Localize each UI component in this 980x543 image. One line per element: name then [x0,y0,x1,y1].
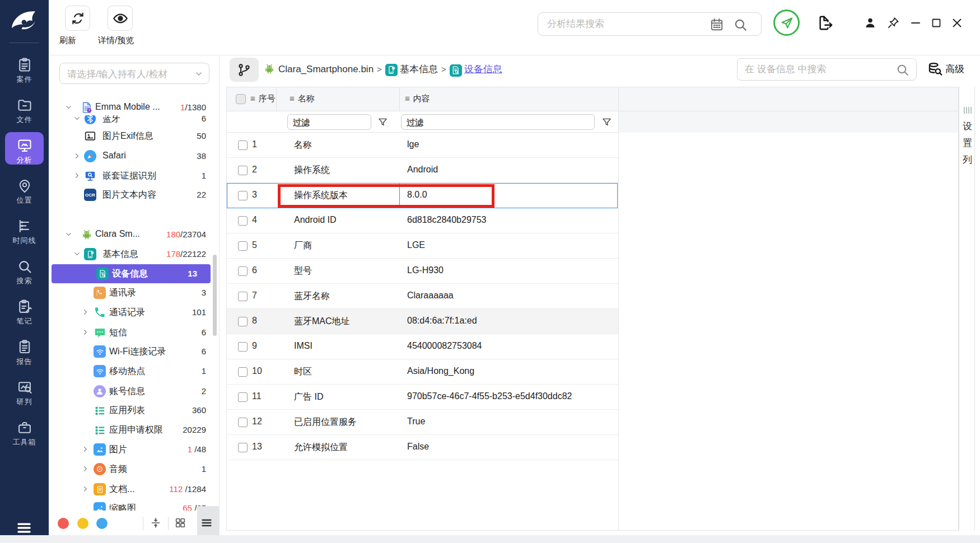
tree-node-Clara-Sm-[interactable]: Clara Sm... 180/23704 [49,225,220,244]
tree-node-图片[interactable]: 图片 1 /48 [49,440,220,459]
maximize-icon[interactable] [930,16,943,30]
tree-node-Emma-Mobile-[interactable]: Emma Mobile ... 1/1380 [49,98,220,117]
list-view-icon[interactable] [200,517,213,529]
tree-node-应用申请权限[interactable]: 应用申请权限 20229 [49,420,220,439]
table-row-11[interactable]: 11 广告 ID 970b57ce-46c7-4f55-b253-e5d4f30… [227,385,618,410]
collapse-all-icon[interactable] [150,517,162,529]
tree-node-蓝牙[interactable]: 蓝牙 6 [49,115,220,127]
tree-node-设备信息[interactable]: 设备信息 13 [52,264,211,283]
column-header-content[interactable]: ≡内容 [405,93,430,104]
search-icon[interactable] [733,17,748,32]
minimize-icon[interactable] [909,16,922,30]
sidebar-item-3[interactable]: 分析 [0,134,49,170]
red-filter-dot[interactable] [58,518,69,529]
scope-search-input[interactable] [745,59,885,80]
chevron-icon[interactable] [73,115,81,123]
table-row-12[interactable]: 12 已启用位置服务 True [227,410,618,435]
row-checkbox[interactable] [238,342,248,352]
grid-view-icon[interactable] [174,517,186,529]
sidebar-item-6[interactable]: 搜索 [0,255,49,291]
table-row-5[interactable]: 5 厂商 LGE [227,233,618,259]
row-checkbox[interactable] [238,443,248,452]
row-checkbox[interactable] [238,166,248,175]
refresh-button[interactable] [65,6,90,31]
hamburger-menu-icon[interactable] [15,519,34,536]
sidebar-item-4[interactable]: 位置 [0,175,49,210]
chevron-icon[interactable] [73,250,81,258]
table-row-6[interactable]: 6 型号 LG-H930 [227,259,618,284]
tree-node-基本信息[interactable]: 基本信息 178/22122 [49,245,220,264]
blue-filter-dot[interactable] [96,518,108,529]
row-checkbox[interactable] [238,141,248,150]
row-checkbox[interactable] [238,266,248,276]
global-search-input[interactable] [547,13,710,35]
tree-node-通讯录[interactable]: 通讯录 3 [49,283,220,302]
breadcrumb-basic-info[interactable]: 基本信息 [400,64,438,74]
sidebar-item-7[interactable]: 笔记 [0,296,49,331]
yellow-filter-dot[interactable] [77,518,88,529]
content-filter-input[interactable] [402,115,594,129]
chevron-icon[interactable] [81,328,90,336]
table-row-4[interactable]: 4 Android ID 6d818c2840b29753 [227,208,618,233]
chevron-icon[interactable] [81,485,90,493]
sidebar-item-8[interactable]: 报告 [0,336,49,372]
table-row-9[interactable]: 9 IMSI 454000082753084 [227,334,618,359]
chevron-icon[interactable] [73,171,81,180]
tree-node-文档-[interactable]: 文档... 112 /1284 [49,480,220,499]
name-filter-input[interactable] [288,115,371,129]
sidebar-item-2[interactable]: 文件 [0,94,49,130]
column-header-no[interactable]: ≡序号 [250,93,276,104]
tree-node-嵌套证据识别[interactable]: 嵌套证据识别 1 [49,166,220,185]
row-checkbox[interactable] [238,241,248,251]
tree-node-通话记录[interactable]: 通话记录 101 [49,303,220,322]
chevron-icon[interactable] [73,152,81,160]
preview-button[interactable] [108,6,133,31]
select-all-checkbox[interactable] [236,94,246,104]
chevron-icon[interactable] [81,308,90,316]
tree-node-Safari[interactable]: Safari 38 [49,147,220,166]
tree-node-Wi-Fi连接记录[interactable]: Wi-Fi连接记录 6 [49,342,220,361]
tree-node-账号信息[interactable]: 账号信息 2 [49,382,220,401]
chevron-icon[interactable] [81,465,90,473]
table-row-7[interactable]: 7 蓝牙名称 Claraaaaaa [227,284,618,309]
pushpin-icon[interactable] [886,16,900,30]
calendar-icon[interactable] [710,17,724,32]
tree-scrollbar[interactable] [213,255,217,336]
row-checkbox[interactable] [238,191,248,200]
row-checkbox[interactable] [238,392,248,402]
sidebar-item-9[interactable]: 研判 [0,376,49,412]
sidebar-item-5[interactable]: 时间线 [0,215,49,251]
column-header-name[interactable]: ≡名称 [290,93,315,104]
advanced-search-button[interactable]: 高级 [927,62,964,77]
table-row-13[interactable]: 13 允许模拟位置 False [227,435,618,460]
funnel-icon[interactable] [601,116,613,128]
chevron-icon[interactable] [81,445,90,453]
export-icon[interactable] [817,15,834,31]
breadcrumb-root[interactable]: Clara_Smartphone.bin [278,64,374,74]
row-checkbox[interactable] [238,317,248,326]
owner-filter-combobox[interactable]: 请选择/输入持有人/检材 [59,63,209,84]
table-row-3[interactable]: 3 操作系统版本 8.0.0 [227,183,618,208]
user-icon[interactable] [864,16,877,30]
tree-node-图片文本内容[interactable]: OCR 图片文本内容 22 [49,185,220,204]
row-checkbox[interactable] [238,216,248,226]
chevron-icon[interactable] [64,230,73,238]
column-settings-strip[interactable]: 设置列 [959,87,975,531]
tree-node-图片Exif信息[interactable]: 图片Exif信息 50 [49,127,220,146]
tree-structure-button[interactable] [230,58,259,82]
row-checkbox[interactable] [238,292,248,301]
breadcrumb-device-info[interactable]: 设备信息 [464,64,502,74]
table-row-8[interactable]: 8 蓝牙MAC地址 08:d4:6a:7f:1a:ed [227,309,618,334]
search-icon[interactable] [895,63,909,77]
sidebar-item-10[interactable]: 工具箱 [0,416,49,452]
table-row-10[interactable]: 10 时区 Asia/Hong_Kong [227,359,618,385]
row-checkbox[interactable] [238,418,248,427]
tree-node-移动热点[interactable]: 移动热点 1 [49,362,220,381]
chevron-icon[interactable] [64,103,73,111]
close-icon[interactable] [950,16,964,30]
funnel-icon[interactable] [377,116,389,128]
tree-node-音频[interactable]: 音频 1 [49,460,220,479]
sidebar-item-1[interactable]: 案件 [0,54,49,90]
row-checkbox[interactable] [238,367,248,377]
table-row-1[interactable]: 1 名称 lge [227,133,618,158]
